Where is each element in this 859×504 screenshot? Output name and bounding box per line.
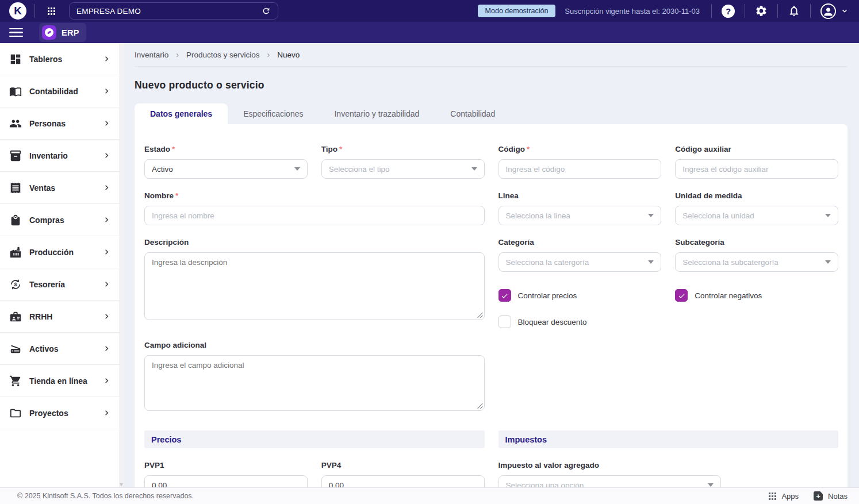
breadcrumb: Inventario › Productos y servicios › Nue… <box>135 43 848 67</box>
checkbox-unchecked-icon <box>498 316 511 328</box>
field-label: PVP1 <box>144 461 308 470</box>
chevron-right-icon <box>102 151 111 160</box>
field-label: Nombre <box>144 191 174 200</box>
required-asterisk: * <box>339 145 342 153</box>
sidebar-item-tienda-en-linea[interactable]: Tienda en línea <box>0 365 119 397</box>
categoria-select[interactable]: Selecciona la catergoría <box>498 252 662 272</box>
sidebar-scrollbar[interactable] <box>119 43 124 487</box>
notifications-button[interactable] <box>779 5 809 17</box>
demo-mode-badge: Modo demostración <box>478 5 556 17</box>
breadcrumb-inventario[interactable]: Inventario <box>135 51 168 59</box>
field-linea: Linea Selecciona la linea <box>498 191 662 225</box>
subcategoria-select[interactable]: Selecciona la subcatergoría <box>675 252 838 272</box>
field-pvp4: PVP4 <box>321 461 485 487</box>
field-label: Unidad de medida <box>675 191 838 200</box>
breadcrumb-productos-y-servicios[interactable]: Productos y servicios <box>186 51 260 59</box>
chevron-right-icon <box>102 183 111 192</box>
sidebar-item-compras[interactable]: Compras <box>0 204 119 236</box>
checkbox-controlar-negativos[interactable]: Controlar negativos <box>675 289 838 302</box>
tipo-select[interactable]: Selecciona el tipo <box>321 159 485 179</box>
estado-select[interactable]: Activo <box>144 159 308 179</box>
kintisoft-logo-icon[interactable]: K <box>9 2 26 20</box>
chevron-right-icon <box>102 409 111 417</box>
scanner-icon <box>9 343 22 355</box>
chevron-right-icon <box>102 55 111 63</box>
field-label: Descripción <box>144 238 485 247</box>
sidebar-item-tableros[interactable]: Tableros <box>0 43 119 75</box>
field-codigo: Código* <box>498 145 662 179</box>
refresh-icon[interactable] <box>262 6 271 16</box>
divider <box>777 4 778 18</box>
tab-bar: Datos generales Especificaciones Inventa… <box>135 103 848 124</box>
tab-inventario-y-trazabilidad[interactable]: Inventario y trazabilidad <box>319 103 435 124</box>
campo-adicional-textarea[interactable] <box>144 355 485 411</box>
footer: © 2025 Kintisoft S.A.S. Todos los derech… <box>0 487 859 504</box>
iva-select[interactable]: Selecciona una opción <box>498 475 721 487</box>
field-label: Campo adicional <box>144 341 485 349</box>
tab-contabilidad[interactable]: Contabilidad <box>435 103 511 124</box>
section-header-impuestos: Impuestos <box>498 430 839 448</box>
checkbox-checked-icon <box>498 289 511 302</box>
settings-button[interactable] <box>746 5 776 17</box>
company-selector[interactable]: EMPRESA DEMO <box>69 2 278 20</box>
checkbox-controlar-precios[interactable]: Controlar precios <box>498 289 662 302</box>
currency-exchange-icon: $ <box>9 278 22 291</box>
folder-icon <box>9 407 22 420</box>
field-nombre: Nombre* <box>144 191 485 225</box>
book-icon <box>9 85 22 98</box>
sidebar-item-contabilidad[interactable]: Contabilidad <box>0 75 119 107</box>
inventory-box-icon <box>9 149 22 162</box>
field-label: Impuesto al valor agregado <box>498 461 839 470</box>
scrollbar-down-arrow[interactable] <box>120 483 123 486</box>
sidebar-item-inventario[interactable]: Inventario <box>0 140 119 172</box>
notes-footer-button[interactable]: Notas <box>814 491 848 501</box>
caret-down-icon <box>825 214 831 217</box>
tab-datos-generales[interactable]: Datos generales <box>135 103 228 124</box>
field-codigo-auxiliar: Código auxiliar <box>675 145 838 179</box>
checkbox-bloquear-descuento[interactable]: Bloquear descuento <box>498 316 662 328</box>
pvp1-input[interactable] <box>144 475 308 487</box>
apps-grid-button[interactable] <box>44 4 59 18</box>
main-content: Inventario › Productos y servicios › Nue… <box>124 43 859 487</box>
nombre-input[interactable] <box>144 206 485 225</box>
pvp4-input[interactable] <box>321 475 485 487</box>
field-label: Linea <box>498 191 662 200</box>
divider <box>810 4 811 18</box>
codigo-input[interactable] <box>498 159 662 179</box>
sidebar-item-ventas[interactable]: Ventas <box>0 172 119 204</box>
help-button[interactable]: ? <box>713 5 743 18</box>
sidebar-item-rrhh[interactable]: RRHH <box>0 301 119 333</box>
account-menu[interactable] <box>812 3 851 19</box>
app-bar: ERP <box>0 22 859 43</box>
codigo-auxiliar-input[interactable] <box>675 159 838 179</box>
precios-fields: PVP1 PVP4 <box>144 461 485 487</box>
caret-down-icon <box>648 260 654 264</box>
chevron-right-icon <box>102 119 111 128</box>
field-subcategoria: Subcategoría Selecciona la subcatergoría <box>675 238 838 272</box>
field-campo-adicional: Campo adicional <box>144 341 485 411</box>
checkbox-checked-icon <box>675 289 688 302</box>
estado-value: Activo <box>152 165 173 174</box>
chevron-right-icon <box>102 376 111 385</box>
field-iva: Impuesto al valor agregado Selecciona un… <box>498 461 839 487</box>
erp-app-chip[interactable]: ERP <box>39 23 86 42</box>
apps-footer-button[interactable]: Apps <box>769 492 799 501</box>
breadcrumb-separator: › <box>267 50 270 59</box>
chevron-right-icon <box>102 216 111 224</box>
linea-select[interactable]: Selecciona la linea <box>498 206 662 225</box>
sidebar-item-produccion[interactable]: Producción <box>0 236 119 268</box>
menu-toggle-button[interactable] <box>9 28 23 37</box>
tab-especificaciones[interactable]: Especificaciones <box>228 103 319 124</box>
sidebar-item-personas[interactable]: Personas <box>0 107 119 140</box>
field-label: Tipo <box>321 145 338 153</box>
sidebar-item-activos[interactable]: Activos <box>0 333 119 365</box>
sidebar-item-proyectos[interactable]: Proyectos <box>0 397 119 429</box>
caret-down-icon <box>648 214 654 217</box>
descripcion-textarea[interactable] <box>144 252 485 320</box>
chevron-right-icon <box>102 344 111 353</box>
caret-down-icon <box>708 483 714 487</box>
sidebar: Tableros Contabilidad Personas Inventari… <box>0 43 119 487</box>
sidebar-item-tesoreria[interactable]: $ Tesorería <box>0 268 119 301</box>
unidad-select[interactable]: Selecciona la unidad <box>675 206 838 225</box>
erp-app-icon <box>42 25 56 40</box>
